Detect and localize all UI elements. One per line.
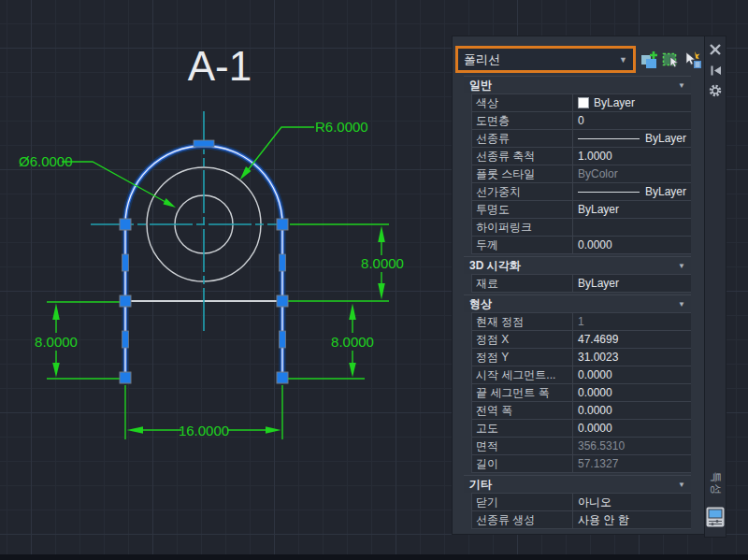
prop-label: 선가중치 [472,183,573,200]
section-header-3d[interactable]: 3D 시각화 ▼ [464,256,691,274]
display-settings-button[interactable] [706,507,725,531]
palette-titlebar: 특성 [704,36,726,538]
prop-value[interactable]: ByLayer [573,130,691,147]
quick-select-button[interactable] [683,50,702,70]
prop-row-start-width: 시작 세그먼트... 0.0000 [472,366,691,384]
section-header-geometry[interactable]: 형상 ▼ [464,294,691,312]
prop-label: 시작 세그먼트... [472,366,573,383]
dimension-right-lower[interactable]: 8.0000 [286,304,374,380]
toggle-pickadd-button[interactable] [640,50,659,70]
prop-label: 끝 세그먼트 폭 [472,384,573,401]
chevron-down-icon: ▼ [619,55,627,65]
palette-toolbar: 폴리선 ▼ [453,36,704,76]
autohide-button[interactable] [708,63,723,78]
drawing-title: A-1 [188,43,252,89]
prop-label: 정점 Y [472,349,573,366]
prop-value[interactable]: ByLayer [573,275,691,292]
prop-label: 선종류 축척 [472,148,573,165]
prop-row-vertex-y: 정점 Y 31.0023 [472,349,691,366]
leader-text: Ø6.0000 [19,153,73,169]
dim-text: 8.0000 [331,334,374,350]
prop-label: 고도 [472,420,573,437]
prop-value[interactable]: 31.0023 [573,349,691,366]
prop-value-text: 0 [578,114,584,127]
collapse-icon: ▼ [678,481,685,489]
prop-value[interactable]: 0.0000 [573,420,691,437]
prop-value-text: 1 [578,315,584,328]
collapse-icon: ▼ [678,262,685,270]
prop-value: 57.1327 [573,455,691,472]
prop-row-linetype: 선종류 ByLayer [472,130,691,148]
prop-value-text: 57.1327 [578,457,618,470]
dimension-left[interactable]: 8.0000 [35,302,122,379]
autocad-window: 8.0000 8.0000 8.0000 [0,0,748,560]
close-button[interactable] [708,42,723,57]
section-title: 3D 시각화 [469,258,678,274]
section-general-rows: 색상 ByLayer 도면층 0 선종류 ByLayer [471,93,691,254]
settings-button[interactable] [708,83,723,98]
prop-label: 재료 [472,275,573,292]
section-title: 형상 [469,296,678,312]
prop-value[interactable]: 사용 안 함 [573,511,691,528]
section-misc-rows: 닫기 아니오 선종류 생성 사용 안 함 [471,493,691,529]
section-header-general[interactable]: 일반 ▼ [464,76,691,93]
prop-row-color: 색상 ByLayer [472,94,691,112]
prop-row-layer: 도면층 0 [472,112,691,130]
pickadd-icon [640,50,659,70]
prop-label: 정점 X [472,331,573,348]
prop-label: 면적 [472,438,573,454]
prop-label: 닫기 [472,494,573,510]
dimension-right-upper[interactable]: 8.0000 [286,224,404,301]
section-header-misc[interactable]: 기타 ▼ [464,475,691,493]
prop-value[interactable]: 0.0000 [573,237,691,253]
prop-value[interactable] [573,219,691,236]
prop-value-text: 0.0000 [578,386,612,399]
dimension-bottom[interactable]: 16.0000 [125,385,282,439]
prop-value[interactable]: 47.4699 [573,331,691,348]
prop-row-elevation: 고도 0.0000 [472,420,691,438]
section-geometry-rows: 현재 정점 1 정점 X 47.4699 정점 Y 31.0023 시작 세그먼… [471,312,691,473]
prop-value[interactable]: 1.0000 [573,148,691,165]
prop-row-closed: 닫기 아니오 [472,494,691,511]
prop-value[interactable]: 0.0000 [573,366,691,383]
prop-value-text: 1.0000 [578,150,612,163]
palette-tab-properties[interactable]: 특성 [708,472,724,496]
prop-value: 356.5310 [573,438,691,454]
prop-value-text: ByLayer [578,277,619,290]
prop-label: 전역 폭 [472,402,573,419]
prop-value[interactable]: 0.0000 [573,402,691,419]
prop-value[interactable]: 0 [573,112,691,129]
prop-row-vertex-x: 정점 X 47.4699 [472,331,691,349]
prop-value-text: 31.0023 [578,351,618,364]
gear-icon [709,84,722,97]
select-objects-button[interactable] [661,50,681,70]
prop-value-text: ByLayer [594,96,635,109]
prop-value-text: 아니오 [578,495,611,510]
prop-value-text: 0.0000 [578,368,612,381]
prop-label: 색상 [472,94,573,111]
prop-value-text: ByLayer [578,203,619,216]
dim-text: 16.0000 [179,423,229,438]
prop-row-thickness: 두께 0.0000 [472,237,691,254]
prop-row-end-width: 끝 세그먼트 폭 0.0000 [472,384,691,402]
dim-text: 8.0000 [35,334,78,350]
prop-value[interactable]: 0.0000 [573,384,691,401]
prop-row-linetype-generation: 선종류 생성 사용 안 함 [472,511,691,529]
section-title: 기타 [469,477,678,493]
prop-row-plot-style: 플롯 스타일 ByColor [472,165,691,183]
prop-value-text: ByColor [578,167,618,180]
prop-value-text: 0.0000 [578,422,612,435]
prop-label: 하이퍼링크 [472,219,573,236]
prop-value[interactable]: 1 [573,313,691,330]
prop-value[interactable]: ByLayer [573,201,691,218]
prop-value[interactable]: ByLayer [573,183,691,200]
linetype-sample [578,138,640,139]
color-swatch [578,97,589,108]
prop-value[interactable]: 아니오 [573,494,691,510]
prop-value[interactable]: ByLayer [573,94,691,111]
bottom-edge-bar [0,554,748,560]
object-type-dropdown[interactable]: 폴리선 ▼ [455,46,636,73]
prop-label: 선종류 생성 [472,511,573,528]
prop-row-hyperlink: 하이퍼링크 [472,219,691,237]
prop-value-text: 47.4699 [578,333,618,346]
